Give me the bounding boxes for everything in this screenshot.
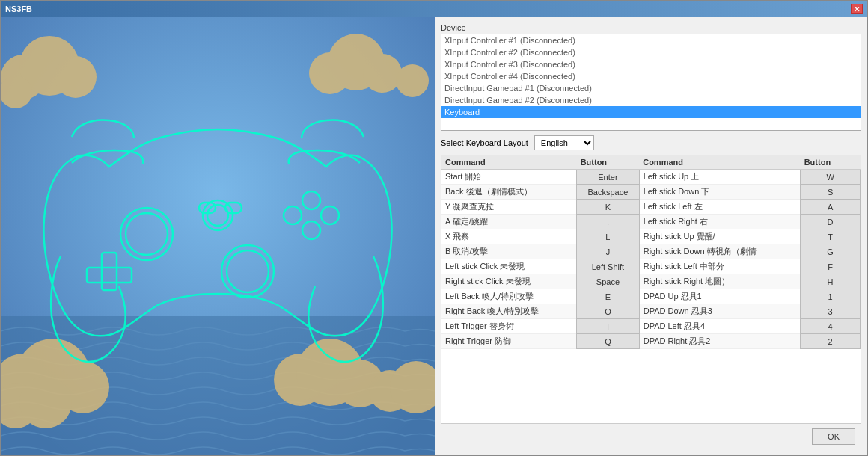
- cmd1-cell: X 飛察: [441, 229, 577, 244]
- cmd2-cell: DPAD Up 忍具1: [639, 289, 800, 304]
- left-panel: [1, 17, 435, 455]
- btn2-cell[interactable]: 4: [801, 319, 861, 334]
- btn1-cell[interactable]: J: [577, 244, 640, 259]
- cmd1-cell: B 取消/攻擊: [441, 244, 577, 259]
- cmd2-cell: Left stick Left 左: [639, 200, 800, 215]
- btn1-cell[interactable]: .: [577, 215, 640, 229]
- keyboard-layout-select[interactable]: EnglishJapaneseChinese: [534, 135, 594, 150]
- main-window: NS3FB ✕: [0, 0, 868, 456]
- commands-table: Command Button Command Button Start 開始En…: [441, 155, 861, 424]
- btn2-cell[interactable]: F: [801, 259, 861, 274]
- table-row: Right stick Click 未發現SpaceRight stick Ri…: [441, 274, 861, 289]
- table-row: Y 凝聚查克拉KLeft stick Left 左A: [441, 200, 861, 215]
- btn1-cell[interactable]: Space: [577, 274, 640, 289]
- bottom-bar: OK: [441, 424, 861, 449]
- bindings-table: Command Button Command Button Start 開始En…: [441, 155, 861, 349]
- btn2-cell[interactable]: W: [801, 170, 861, 185]
- svg-point-19: [396, 64, 429, 97]
- keyboard-layout-label: Select Keyboard Layout: [441, 138, 528, 147]
- main-content: Device XInput Controller #1 (Disconnecte…: [1, 17, 867, 455]
- btn1-cell[interactable]: O: [577, 304, 640, 319]
- btn2-cell[interactable]: S: [801, 185, 861, 200]
- btn2-cell[interactable]: 3: [801, 304, 861, 319]
- table-row: Left stick Click 未發現Left ShiftRight stic…: [441, 259, 861, 274]
- btn2-cell[interactable]: T: [801, 229, 861, 244]
- table-row: Back 後退（劇情模式）BackspaceLeft stick Down 下S: [441, 185, 861, 200]
- cmd2-cell: Right stick Down 轉視角（劇情: [639, 244, 800, 259]
- col-button2: Button: [801, 155, 861, 170]
- btn1-cell[interactable]: K: [577, 200, 640, 215]
- svg-point-14: [55, 56, 97, 98]
- device-item[interactable]: DirectInput Gamepad #2 (Disconnected): [441, 94, 861, 106]
- cmd2-cell: Right stick Up 覺醒/: [639, 229, 800, 244]
- cmd1-cell: Back 後退（劇情模式）: [441, 185, 577, 200]
- btn1-cell[interactable]: E: [577, 289, 640, 304]
- btn2-cell[interactable]: D: [801, 215, 861, 229]
- btn1-cell[interactable]: L: [577, 229, 640, 244]
- cmd2-cell: Left stick Right 右: [639, 215, 800, 229]
- cmd2-cell: Left stick Down 下: [639, 185, 800, 200]
- cmd1-cell: Right stick Click 未發現: [441, 274, 577, 289]
- table-row: Left Back 喚人/特別攻擊EDPAD Up 忍具11: [441, 289, 861, 304]
- cmd1-cell: Start 開始: [441, 170, 577, 185]
- table-row: X 飛察LRight stick Up 覺醒/T: [441, 229, 861, 244]
- cmd2-cell: DPAD Right 忍具2: [639, 334, 800, 349]
- background-art: [1, 17, 435, 455]
- svg-point-15: [1, 76, 32, 108]
- btn2-cell[interactable]: A: [801, 200, 861, 215]
- device-label: Device: [441, 23, 861, 32]
- btn1-cell[interactable]: Left Shift: [577, 259, 640, 274]
- btn1-cell[interactable]: Backspace: [577, 185, 640, 200]
- cmd1-cell: Y 凝聚查克拉: [441, 200, 577, 215]
- table-row: Right Trigger 防御QDPAD Right 忍具22: [441, 334, 861, 349]
- right-panel: Device XInput Controller #1 (Disconnecte…: [435, 17, 867, 455]
- table-row: Right Back 喚人/特別攻擊ODPAD Down 忍具33: [441, 304, 861, 319]
- btn2-cell[interactable]: 2: [801, 334, 861, 349]
- table-row: B 取消/攻擊JRight stick Down 轉視角（劇情G: [441, 244, 861, 259]
- bindings-tbody: Start 開始EnterLeft stick Up 上WBack 後退（劇情模…: [441, 170, 861, 349]
- table-header-row: Command Button Command Button: [441, 155, 861, 170]
- device-item[interactable]: XInput Controller #4 (Disconnected): [441, 70, 861, 82]
- device-list[interactable]: XInput Controller #1 (Disconnected)XInpu…: [441, 34, 861, 131]
- cmd1-cell: Right Back 喚人/特別攻擊: [441, 304, 577, 319]
- device-item[interactable]: XInput Controller #3 (Disconnected): [441, 58, 861, 70]
- ok-button[interactable]: OK: [812, 428, 855, 445]
- device-item[interactable]: DirectInput Gamepad #1 (Disconnected): [441, 82, 861, 94]
- btn1-cell[interactable]: I: [577, 319, 640, 334]
- btn2-cell[interactable]: H: [801, 274, 861, 289]
- window-title: NS3FB: [5, 4, 32, 13]
- svg-point-6: [19, 376, 72, 428]
- title-bar: NS3FB ✕: [1, 1, 867, 17]
- device-item[interactable]: XInput Controller #1 (Disconnected): [441, 34, 861, 46]
- close-button[interactable]: ✕: [851, 4, 863, 14]
- btn1-cell[interactable]: Q: [577, 334, 640, 349]
- btn2-cell[interactable]: 1: [801, 289, 861, 304]
- device-section: Device XInput Controller #1 (Disconnecte…: [441, 23, 861, 131]
- btn1-cell[interactable]: Enter: [577, 170, 640, 185]
- col-button1: Button: [577, 155, 640, 170]
- device-item[interactable]: Keyboard: [441, 106, 861, 118]
- col-command1: Command: [441, 155, 577, 170]
- cmd1-cell: Left stick Click 未發現: [441, 259, 577, 274]
- cmd2-cell: Right stick Left 中部分: [639, 259, 800, 274]
- keyboard-row: Select Keyboard Layout EnglishJapaneseCh…: [441, 135, 861, 150]
- device-item[interactable]: XInput Controller #2 (Disconnected): [441, 46, 861, 58]
- cmd2-cell: DPAD Down 忍具3: [639, 304, 800, 319]
- cmd1-cell: Left Trigger 替身術: [441, 319, 577, 334]
- cmd1-cell: Left Back 喚人/特別攻擊: [441, 289, 577, 304]
- btn2-cell[interactable]: G: [801, 244, 861, 259]
- table-row: Left Trigger 替身術IDPAD Left 忍具44: [441, 319, 861, 334]
- cmd2-cell: DPAD Left 忍具4: [639, 319, 800, 334]
- svg-point-18: [363, 54, 402, 93]
- table-row: Start 開始EnterLeft stick Up 上W: [441, 170, 861, 185]
- col-command2: Command: [639, 155, 800, 170]
- cmd1-cell: Right Trigger 防御: [441, 334, 577, 349]
- table-row: A 確定/跳躍.Left stick Right 右D: [441, 215, 861, 229]
- cmd2-cell: Left stick Up 上: [639, 170, 800, 185]
- cmd2-cell: Right stick Right 地圖）: [639, 274, 800, 289]
- cmd1-cell: A 確定/跳躍: [441, 215, 577, 229]
